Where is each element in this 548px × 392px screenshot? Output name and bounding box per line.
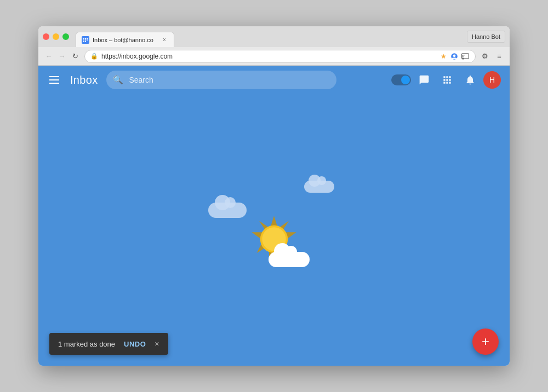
tab-title: Inbox – bot@hanno.co [93, 37, 157, 43]
search-bar[interactable]: 🔍 Search [106, 71, 336, 89]
snackbar-undo-button[interactable]: UNDO [124, 340, 146, 348]
address-bar: ← → ↻ 🔒 https://inbox.google.com ★ [38, 47, 510, 66]
chat-button[interactable] [414, 70, 434, 90]
tab-close-button[interactable]: × [161, 36, 168, 44]
active-tab[interactable]: Inbox – bot@hanno.co × [76, 32, 174, 47]
tab-favicon [82, 36, 89, 44]
pin-toggle-button[interactable] [391, 70, 411, 90]
cloud-small-right [304, 181, 334, 193]
google-account-icon[interactable] [450, 52, 459, 61]
browser-actions: ⚙ ≡ [479, 50, 505, 62]
compose-fab-button[interactable]: + [472, 328, 499, 355]
snackbar-close-button[interactable]: × [155, 339, 159, 348]
url-bar[interactable]: 🔒 https://inbox.google.com ★ [84, 50, 476, 63]
chrome-menu-button[interactable]: ≡ [493, 50, 505, 62]
sun-container [244, 208, 304, 268]
app-title: Inbox [70, 74, 98, 87]
avatar-button[interactable]: H [483, 71, 501, 89]
tab-bar: Inbox – bot@hanno.co × [76, 26, 464, 47]
lock-icon: 🔒 [90, 53, 98, 60]
inbox-app: Inbox 🔍 Search [38, 66, 510, 366]
minimize-button[interactable] [53, 33, 59, 40]
extensions-button[interactable]: ⚙ [479, 50, 491, 62]
maximize-button[interactable] [62, 33, 69, 40]
browser-window: Inbox – bot@hanno.co × Hanno Bot ← → ↻ 🔒… [38, 26, 510, 366]
weather-illustration [219, 181, 329, 279]
snackbar: 1 marked as done UNDO × [49, 333, 168, 355]
search-icon: 🔍 [113, 75, 123, 85]
close-button[interactable] [43, 33, 49, 40]
toggle-switch[interactable] [391, 74, 411, 85]
hamburger-menu-button[interactable] [47, 74, 61, 86]
apps-button[interactable] [437, 70, 457, 90]
svg-point-2 [453, 54, 456, 57]
cloud-small-left [208, 203, 247, 218]
snackbar-message: 1 marked as done [58, 340, 115, 348]
back-button[interactable]: ← [43, 50, 55, 62]
profile-button[interactable]: Hanno Bot [467, 31, 505, 43]
notifications-button[interactable] [460, 70, 480, 90]
title-bar: Inbox – bot@hanno.co × Hanno Bot [38, 26, 510, 47]
traffic-lights [43, 33, 69, 40]
chrome-cast-icon[interactable] [461, 52, 470, 61]
header-icons: H [391, 70, 501, 90]
reload-button[interactable]: ↻ [69, 50, 81, 62]
search-input[interactable]: Search [129, 76, 330, 84]
nav-buttons: ← → ↻ [43, 50, 81, 62]
svg-point-4 [462, 57, 464, 60]
bookmark-icon[interactable]: ★ [439, 52, 448, 61]
main-content: 1 marked as done UNDO × + [38, 94, 510, 366]
url-text: https://inbox.google.com [101, 53, 436, 60]
forward-button[interactable]: → [56, 50, 68, 62]
app-header: Inbox 🔍 Search [38, 66, 510, 94]
url-icons: ★ [439, 52, 470, 61]
cloud-front [269, 252, 310, 267]
